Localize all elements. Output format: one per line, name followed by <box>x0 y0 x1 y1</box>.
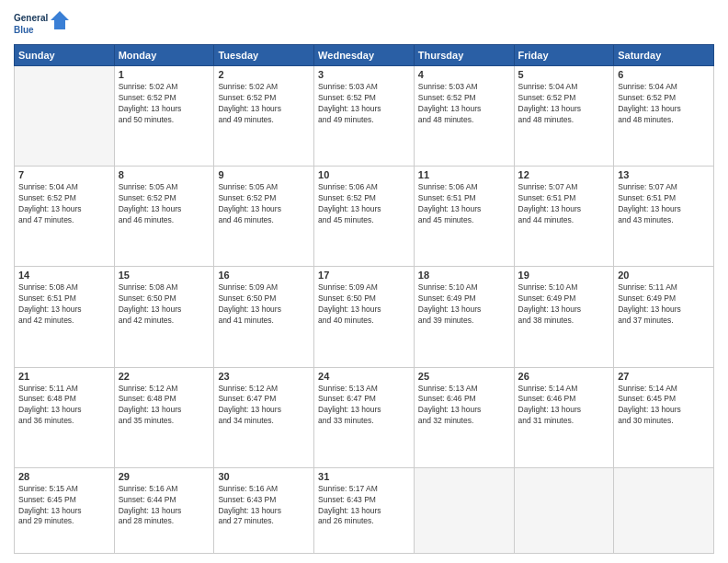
calendar-cell: 27Sunrise: 5:14 AM Sunset: 6:45 PM Dayli… <box>614 367 714 467</box>
day-number: 19 <box>518 270 610 281</box>
day-number: 11 <box>418 169 510 180</box>
day-number: 23 <box>218 371 310 382</box>
calendar-cell: 3Sunrise: 5:03 AM Sunset: 6:52 PM Daylig… <box>314 66 415 167</box>
calendar-week-row: 1Sunrise: 5:02 AM Sunset: 6:52 PM Daylig… <box>15 66 714 167</box>
day-number: 1 <box>119 69 210 80</box>
calendar-cell: 4Sunrise: 5:03 AM Sunset: 6:52 PM Daylig… <box>414 66 514 167</box>
cell-info: Sunrise: 5:17 AM Sunset: 6:43 PM Dayligh… <box>318 484 410 528</box>
calendar-cell: 21Sunrise: 5:11 AM Sunset: 6:48 PM Dayli… <box>15 367 115 467</box>
day-number: 21 <box>18 371 110 382</box>
cell-info: Sunrise: 5:07 AM Sunset: 6:51 PM Dayligh… <box>618 182 710 226</box>
calendar-cell <box>614 467 714 553</box>
calendar-cell: 18Sunrise: 5:10 AM Sunset: 6:49 PM Dayli… <box>414 267 514 367</box>
day-number: 15 <box>119 270 210 281</box>
calendar-week-row: 14Sunrise: 5:08 AM Sunset: 6:51 PM Dayli… <box>15 267 714 367</box>
calendar-cell: 20Sunrise: 5:11 AM Sunset: 6:49 PM Dayli… <box>614 267 714 367</box>
day-of-week-header: Sunday <box>15 45 115 66</box>
calendar-cell: 10Sunrise: 5:06 AM Sunset: 6:52 PM Dayli… <box>314 167 415 267</box>
cell-info: Sunrise: 5:11 AM Sunset: 6:49 PM Dayligh… <box>618 282 710 327</box>
day-number: 2 <box>218 69 310 80</box>
cell-info: Sunrise: 5:09 AM Sunset: 6:50 PM Dayligh… <box>318 282 410 327</box>
calendar-cell <box>514 467 614 553</box>
day-number: 16 <box>218 270 310 281</box>
day-number: 8 <box>119 169 210 180</box>
calendar-cell: 5Sunrise: 5:04 AM Sunset: 6:52 PM Daylig… <box>514 66 614 167</box>
logo-svg: General Blue <box>14 9 69 39</box>
day-number: 7 <box>18 169 110 180</box>
calendar-cell: 31Sunrise: 5:17 AM Sunset: 6:43 PM Dayli… <box>314 467 415 553</box>
day-number: 29 <box>119 471 210 482</box>
calendar-cell: 14Sunrise: 5:08 AM Sunset: 6:51 PM Dayli… <box>15 267 115 367</box>
day-number: 26 <box>518 371 610 382</box>
calendar-cell: 16Sunrise: 5:09 AM Sunset: 6:50 PM Dayli… <box>214 267 314 367</box>
cell-info: Sunrise: 5:08 AM Sunset: 6:51 PM Dayligh… <box>18 282 110 327</box>
cell-info: Sunrise: 5:15 AM Sunset: 6:45 PM Dayligh… <box>18 484 110 528</box>
cell-info: Sunrise: 5:14 AM Sunset: 6:45 PM Dayligh… <box>618 384 710 428</box>
day-number: 9 <box>218 169 310 180</box>
day-number: 12 <box>518 169 610 180</box>
calendar-week-row: 7Sunrise: 5:04 AM Sunset: 6:52 PM Daylig… <box>15 167 714 267</box>
calendar-cell: 13Sunrise: 5:07 AM Sunset: 6:51 PM Dayli… <box>614 167 714 267</box>
day-number: 25 <box>418 371 510 382</box>
day-number: 28 <box>18 471 110 482</box>
day-of-week-header: Saturday <box>614 45 714 66</box>
day-number: 3 <box>318 69 410 80</box>
calendar-cell: 2Sunrise: 5:02 AM Sunset: 6:52 PM Daylig… <box>214 66 314 167</box>
calendar-cell <box>414 467 514 553</box>
calendar-cell: 17Sunrise: 5:09 AM Sunset: 6:50 PM Dayli… <box>314 267 415 367</box>
cell-info: Sunrise: 5:07 AM Sunset: 6:51 PM Dayligh… <box>518 182 610 226</box>
day-of-week-header: Thursday <box>414 45 514 66</box>
calendar-week-row: 21Sunrise: 5:11 AM Sunset: 6:48 PM Dayli… <box>15 367 714 467</box>
calendar-cell: 1Sunrise: 5:02 AM Sunset: 6:52 PM Daylig… <box>114 66 214 167</box>
header: General Blue <box>14 9 714 39</box>
calendar-cell: 7Sunrise: 5:04 AM Sunset: 6:52 PM Daylig… <box>15 167 115 267</box>
calendar-cell: 15Sunrise: 5:08 AM Sunset: 6:50 PM Dayli… <box>114 267 214 367</box>
calendar-cell: 9Sunrise: 5:05 AM Sunset: 6:52 PM Daylig… <box>214 167 314 267</box>
cell-info: Sunrise: 5:04 AM Sunset: 6:52 PM Dayligh… <box>618 82 710 126</box>
day-number: 14 <box>18 270 110 281</box>
calendar-table: SundayMondayTuesdayWednesdayThursdayFrid… <box>14 44 714 554</box>
cell-info: Sunrise: 5:10 AM Sunset: 6:49 PM Dayligh… <box>418 282 510 327</box>
logo: General Blue <box>14 9 69 39</box>
calendar-cell: 11Sunrise: 5:06 AM Sunset: 6:51 PM Dayli… <box>414 167 514 267</box>
calendar-cell: 12Sunrise: 5:07 AM Sunset: 6:51 PM Dayli… <box>514 167 614 267</box>
cell-info: Sunrise: 5:02 AM Sunset: 6:52 PM Dayligh… <box>218 82 310 126</box>
day-number: 5 <box>518 69 610 80</box>
calendar-cell: 8Sunrise: 5:05 AM Sunset: 6:52 PM Daylig… <box>114 167 214 267</box>
cell-info: Sunrise: 5:03 AM Sunset: 6:52 PM Dayligh… <box>318 82 410 126</box>
calendar-cell: 23Sunrise: 5:12 AM Sunset: 6:47 PM Dayli… <box>214 367 314 467</box>
calendar-cell: 28Sunrise: 5:15 AM Sunset: 6:45 PM Dayli… <box>15 467 115 553</box>
cell-info: Sunrise: 5:06 AM Sunset: 6:52 PM Dayligh… <box>318 182 410 226</box>
day-number: 13 <box>618 169 710 180</box>
day-number: 24 <box>318 371 410 382</box>
day-number: 18 <box>418 270 510 281</box>
cell-info: Sunrise: 5:12 AM Sunset: 6:48 PM Dayligh… <box>119 384 210 428</box>
day-number: 20 <box>618 270 710 281</box>
day-number: 30 <box>218 471 310 482</box>
cell-info: Sunrise: 5:03 AM Sunset: 6:52 PM Dayligh… <box>418 82 510 126</box>
cell-info: Sunrise: 5:05 AM Sunset: 6:52 PM Dayligh… <box>119 182 210 226</box>
day-number: 4 <box>418 69 510 80</box>
cell-info: Sunrise: 5:12 AM Sunset: 6:47 PM Dayligh… <box>218 384 310 428</box>
cell-info: Sunrise: 5:16 AM Sunset: 6:44 PM Dayligh… <box>119 484 210 528</box>
day-of-week-header: Friday <box>514 45 614 66</box>
day-number: 22 <box>119 371 210 382</box>
cell-info: Sunrise: 5:04 AM Sunset: 6:52 PM Dayligh… <box>518 82 610 126</box>
calendar-cell: 29Sunrise: 5:16 AM Sunset: 6:44 PM Dayli… <box>114 467 214 553</box>
cell-info: Sunrise: 5:09 AM Sunset: 6:50 PM Dayligh… <box>218 282 310 327</box>
svg-text:Blue: Blue <box>14 25 34 35</box>
calendar-cell <box>15 66 115 167</box>
cell-info: Sunrise: 5:13 AM Sunset: 6:47 PM Dayligh… <box>318 384 410 428</box>
day-of-week-header: Tuesday <box>214 45 314 66</box>
cell-info: Sunrise: 5:14 AM Sunset: 6:46 PM Dayligh… <box>518 384 610 428</box>
day-number: 17 <box>318 270 410 281</box>
day-of-week-header: Wednesday <box>314 45 415 66</box>
cell-info: Sunrise: 5:11 AM Sunset: 6:48 PM Dayligh… <box>18 384 110 428</box>
calendar-header-row: SundayMondayTuesdayWednesdayThursdayFrid… <box>15 45 714 66</box>
cell-info: Sunrise: 5:13 AM Sunset: 6:46 PM Dayligh… <box>418 384 510 428</box>
cell-info: Sunrise: 5:04 AM Sunset: 6:52 PM Dayligh… <box>18 182 110 226</box>
cell-info: Sunrise: 5:02 AM Sunset: 6:52 PM Dayligh… <box>119 82 210 126</box>
day-of-week-header: Monday <box>114 45 214 66</box>
cell-info: Sunrise: 5:08 AM Sunset: 6:50 PM Dayligh… <box>119 282 210 327</box>
cell-info: Sunrise: 5:16 AM Sunset: 6:43 PM Dayligh… <box>218 484 310 528</box>
